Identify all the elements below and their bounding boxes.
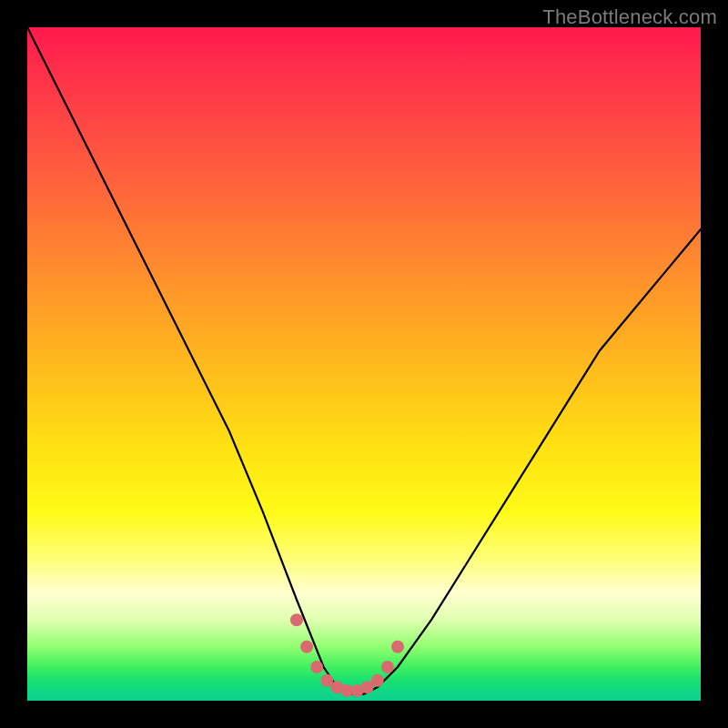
bottleneck-curve-line — [27, 27, 701, 694]
trough-dot — [391, 641, 404, 653]
trough-dot — [300, 641, 313, 653]
plot-area — [27, 27, 701, 701]
trough-dot — [310, 661, 323, 673]
chart-frame: TheBottleneck.com — [0, 0, 728, 728]
watermark-text: TheBottleneck.com — [542, 5, 717, 29]
curve-svg — [27, 27, 701, 701]
trough-dot — [381, 661, 394, 673]
trough-dot — [290, 613, 303, 626]
trough-dot — [371, 674, 384, 687]
